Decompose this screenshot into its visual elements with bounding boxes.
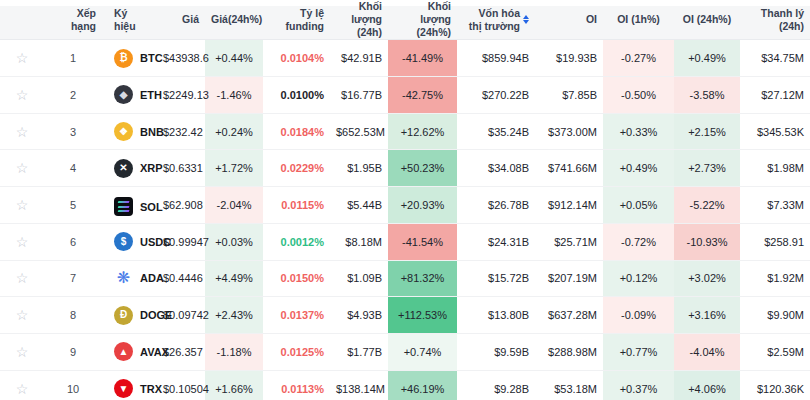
- cell-price: $26.357: [157, 333, 205, 370]
- cell-market-cap: $35.24B: [457, 113, 535, 150]
- table-row[interactable]: ☆4✕XRP$0.6331+1.72%0.0229%$1.95B+50.23%$…: [0, 150, 810, 187]
- cell-volume-24h: $1.95B: [330, 150, 388, 187]
- cell-funding-rate: 0.0115%: [263, 187, 330, 224]
- sort-icon[interactable]: [523, 15, 529, 24]
- trx-coin-icon: ▼: [114, 379, 133, 398]
- cell-rank: 8: [44, 297, 102, 334]
- cell-price-change-24h: +0.24%: [205, 113, 263, 150]
- cell-volume-24h: $138.14M: [330, 370, 388, 400]
- cell-symbol: ▲AVAX: [102, 333, 157, 370]
- cell-market-cap: $13.80B: [457, 297, 535, 334]
- table-row[interactable]: ☆7❋ADA$0.4446+4.49%0.0150%$1.09B+81.32%$…: [0, 260, 810, 297]
- cell-price: $0.6331: [157, 150, 205, 187]
- cell-oi-change-24h: +2.15%: [674, 113, 740, 150]
- cell-open-interest: $7.85B: [535, 77, 603, 114]
- cell-open-interest: $288.98M: [535, 333, 603, 370]
- cell-volume-24h: $42.91B: [330, 40, 388, 77]
- favorite-star-icon[interactable]: ☆: [16, 50, 29, 66]
- sol-coin-icon: [114, 197, 133, 216]
- cell-open-interest: $637.28M: [535, 297, 603, 334]
- cell-volume-change-24h: +112.53%: [388, 297, 457, 334]
- cell-volume-24h: $652.53M: [330, 113, 388, 150]
- col-header-rank[interactable]: Xếp hạng: [44, 0, 102, 40]
- cell-oi-change-24h: -10.93%: [674, 223, 740, 260]
- col-header-favorite: [0, 0, 44, 40]
- favorite-star-icon[interactable]: ☆: [16, 381, 29, 397]
- cell-market-cap: $270.22B: [457, 77, 535, 114]
- cell-symbol: ÐDOGE: [102, 297, 157, 334]
- cell-symbol: SOL: [102, 187, 157, 224]
- col-header-liquidations-24h[interactable]: Thanh lý (24h): [740, 0, 810, 40]
- cell-liquidations-24h: $258.91: [740, 223, 810, 260]
- favorite-star-icon[interactable]: ☆: [16, 270, 29, 286]
- table-row[interactable]: ☆8ÐDOGE$0.09742+2.43%0.0137%$4.93B+112.5…: [0, 297, 810, 334]
- cell-market-cap: $9.28B: [457, 370, 535, 400]
- col-header-open-interest[interactable]: OI: [535, 0, 603, 40]
- col-header-oi-change-24h[interactable]: OI (24h%): [674, 0, 740, 40]
- cell-market-cap: $9.59B: [457, 333, 535, 370]
- cell-price: $232.42: [157, 113, 205, 150]
- btc-coin-icon: ₿: [114, 49, 133, 68]
- favorite-star-icon[interactable]: ☆: [16, 197, 29, 213]
- cell-favorite: ☆: [0, 77, 44, 114]
- col-header-funding-rate[interactable]: Tỷ lệ funding: [263, 0, 330, 40]
- cell-price-change-24h: +4.49%: [205, 260, 263, 297]
- table-row[interactable]: ☆6$USDC$0.99947+0.03%0.0012%$8.18M-41.54…: [0, 223, 810, 260]
- cell-oi-change-24h: +3.16%: [674, 297, 740, 334]
- cell-oi-change-24h: +2.73%: [674, 150, 740, 187]
- cell-oi-change-24h: +4.06%: [674, 370, 740, 400]
- cell-volume-change-24h: -41.54%: [388, 223, 457, 260]
- table-header: Xếp hạng Ký hiệu Giá Giá(24h%) Tỷ lệ fun…: [0, 0, 810, 40]
- doge-coin-icon: Ð: [114, 306, 133, 325]
- symbol-label: BNB: [140, 126, 164, 138]
- cell-funding-rate: 0.0100%: [263, 77, 330, 114]
- table-row[interactable]: ☆9▲AVAX$26.357-1.18%0.0125%$1.77B+0.74%$…: [0, 333, 810, 370]
- cell-funding-rate: 0.0104%: [263, 40, 330, 77]
- bnb-coin-icon: ❖: [114, 122, 133, 141]
- cell-funding-rate: 0.0137%: [263, 297, 330, 334]
- col-header-price-change-24h[interactable]: Giá(24h%): [205, 0, 263, 40]
- cell-volume-24h: $5.44B: [330, 187, 388, 224]
- cell-price-change-24h: +0.44%: [205, 40, 263, 77]
- cell-funding-rate: 0.0229%: [263, 150, 330, 187]
- cell-symbol: $USDC: [102, 223, 157, 260]
- cell-liquidations-24h: $34.75M: [740, 40, 810, 77]
- cell-open-interest: $912.14M: [535, 187, 603, 224]
- favorite-star-icon[interactable]: ☆: [16, 344, 29, 360]
- table-row[interactable]: ☆5SOL$62.908-2.04%0.0115%$5.44B+20.93%$2…: [0, 187, 810, 224]
- cell-oi-change-1h: -0.09%: [603, 297, 674, 334]
- cell-liquidations-24h: $1.92M: [740, 260, 810, 297]
- cell-favorite: ☆: [0, 187, 44, 224]
- cell-rank: 7: [44, 260, 102, 297]
- cell-oi-change-1h: -0.50%: [603, 77, 674, 114]
- table-row[interactable]: ☆2◆ETH$2249.13-1.46%0.0100%$16.77B-42.75…: [0, 77, 810, 114]
- favorite-star-icon[interactable]: ☆: [16, 87, 29, 103]
- cell-volume-24h: $16.77B: [330, 77, 388, 114]
- col-header-volume-change-24h[interactable]: Khối lượng (24h%): [388, 0, 457, 40]
- symbol-label: ADA: [140, 272, 164, 284]
- favorite-star-icon[interactable]: ☆: [16, 124, 29, 140]
- table-row[interactable]: ☆3❖BNB$232.42+0.24%0.0184%$652.53M+12.62…: [0, 113, 810, 150]
- cell-price: $62.908: [157, 187, 205, 224]
- cell-volume-change-24h: -42.75%: [388, 77, 457, 114]
- cell-favorite: ☆: [0, 260, 44, 297]
- table-row[interactable]: ☆10▼TRX$0.10504+1.66%0.0113%$138.14M+46.…: [0, 370, 810, 400]
- cell-rank: 6: [44, 223, 102, 260]
- cell-liquidations-24h: $345.53K: [740, 113, 810, 150]
- cell-funding-rate: 0.0113%: [263, 370, 330, 400]
- symbol-label: XRP: [140, 162, 163, 174]
- favorite-star-icon[interactable]: ☆: [16, 234, 29, 250]
- ada-coin-icon: ❋: [114, 269, 133, 288]
- col-header-price[interactable]: Giá: [157, 0, 205, 40]
- favorite-star-icon[interactable]: ☆: [16, 160, 29, 176]
- col-header-oi-change-1h[interactable]: OI (1h%): [603, 0, 674, 40]
- table-row[interactable]: ☆1₿BTC$43938.6+0.44%0.0104%$42.91B-41.49…: [0, 40, 810, 77]
- cell-liquidations-24h: $9.90M: [740, 297, 810, 334]
- cell-rank: 4: [44, 150, 102, 187]
- cell-oi-change-1h: +0.77%: [603, 333, 674, 370]
- col-header-volume-24h[interactable]: Khối lượng (24h): [330, 0, 388, 40]
- favorite-star-icon[interactable]: ☆: [16, 307, 29, 323]
- symbol-label: BTC: [140, 52, 163, 64]
- col-header-symbol[interactable]: Ký hiệu: [102, 0, 157, 40]
- col-header-market-cap[interactable]: Vốn hóa thị trường: [457, 0, 535, 40]
